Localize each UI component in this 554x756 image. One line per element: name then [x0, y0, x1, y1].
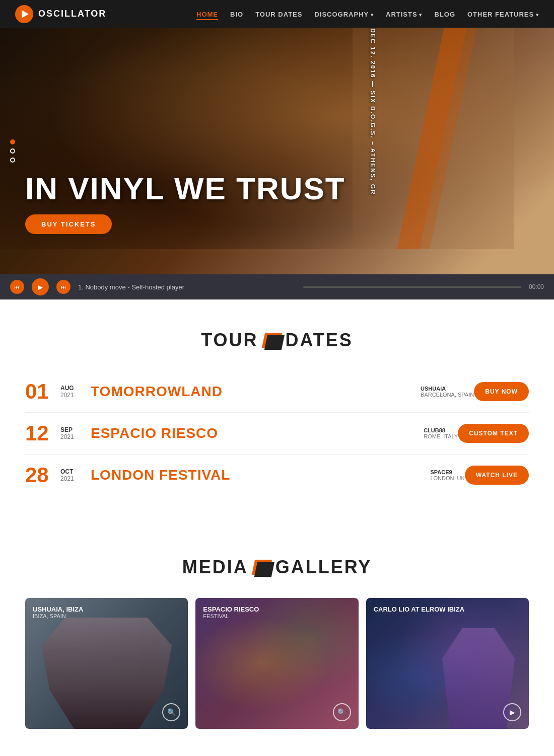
tour-venue-3: SPACE9 LONDON, UK	[430, 469, 464, 481]
nav-link-artists[interactable]: ARTISTS	[386, 11, 422, 18]
tour-day-3: 28	[25, 465, 60, 486]
tour-year-2: 2021	[60, 433, 91, 440]
tour-location-1: BARCELONA, SPAIN	[421, 392, 474, 398]
tour-day-2: 12	[25, 423, 60, 444]
tour-year-3: 2021	[60, 475, 91, 482]
gallery-label-3: CARLO LIO AT ELROW IBIZA	[374, 606, 465, 613]
media-title-part2: GALLERY	[275, 557, 372, 578]
player-progress-bar[interactable]	[303, 286, 521, 288]
logo[interactable]: OSCILLATOR	[15, 5, 106, 23]
nav-item-other[interactable]: OTHER FEATURES	[467, 10, 539, 19]
gallery-grid: USHUAIA, IBIZA IBIZA, SPAIN 🔍 ESPACIO RI…	[25, 598, 529, 729]
gallery-item-1[interactable]: USHUAIA, IBIZA IBIZA, SPAIN 🔍	[25, 598, 188, 729]
tour-venue-2: CLUB88 ROME, ITALY	[424, 427, 458, 439]
tour-location-3: LONDON, UK	[430, 475, 464, 481]
tour-dates-title: TOUR DATES	[25, 330, 529, 351]
tour-info-2: ESPACIO RIESCO CLUB88 ROME, ITALY	[91, 425, 458, 441]
gallery-label-1: USHUAIA, IBIZA IBIZA, SPAIN	[33, 606, 83, 619]
title-slash-decoration	[259, 330, 285, 350]
media-gallery-title: MEDIA GALLERY	[25, 557, 529, 578]
slash-dark	[264, 335, 284, 350]
tour-day-1: 01	[25, 381, 60, 402]
tour-name-2: ESPACIO RIESCO	[91, 425, 418, 441]
nav-link-discography[interactable]: DISCOGRAPHY	[314, 11, 374, 18]
gallery-item-2[interactable]: ESPACIO RIESCO FESTIVAL 🔍	[195, 598, 358, 729]
gallery-play-icon-3[interactable]: ▶	[503, 703, 521, 721]
gallery-title-2: ESPACIO RIESCO	[203, 606, 259, 613]
nav-item-home[interactable]: HOME	[196, 10, 218, 19]
navbar: OSCILLATOR HOME BIO TOUR DATES DISCOGRAP…	[0, 0, 554, 28]
tour-event-1: 01 AUG 2021 TOMORROWLAND USHUAIA BARCELO…	[25, 371, 529, 413]
gallery-title-3: CARLO LIO AT ELROW IBIZA	[374, 606, 465, 613]
hero-dots	[10, 139, 15, 163]
tour-info-3: LONDON FESTIVAL SPACE9 LONDON, UK	[91, 467, 465, 483]
player-play-button[interactable]: ▶	[32, 278, 49, 295]
zoom-symbol-1: 🔍	[167, 708, 176, 716]
tour-btn-1[interactable]: BUY NOW	[474, 382, 529, 401]
player-prev-button[interactable]: ⏮	[10, 280, 24, 294]
player-track-name: 1. Nobody move - Self-hosted player	[78, 283, 296, 291]
tour-name-1: TOMORROWLAND	[91, 384, 414, 400]
tour-year-1: 2021	[60, 392, 91, 399]
nav-link-home[interactable]: HOME	[196, 11, 218, 20]
gallery-subtitle-1: IBIZA, SPAIN	[33, 613, 83, 619]
nav-item-tour[interactable]: TOUR DATES	[255, 10, 302, 19]
tour-dates-section: TOUR DATES 01 AUG 2021 TOMORROWLAND USHU…	[0, 299, 554, 526]
media-title-part1: MEDIA	[182, 557, 248, 578]
hero-content: IN VINYL WE TRUST BUY TICKETS	[25, 173, 529, 234]
buy-tickets-button[interactable]: BUY TICKETS	[25, 214, 112, 234]
tour-month-name-1: AUG	[60, 385, 91, 392]
tour-info-1: TOMORROWLAND USHUAIA BARCELONA, SPAIN	[91, 384, 474, 400]
tour-event-2: 12 SEP 2021 ESPACIO RIESCO CLUB88 ROME, …	[25, 413, 529, 455]
tour-btn-3[interactable]: WATCH LIVE	[465, 466, 529, 485]
nav-item-artists[interactable]: ARTISTS	[386, 10, 422, 19]
tour-name-3: LONDON FESTIVAL	[91, 467, 424, 483]
gallery-zoom-icon-2[interactable]: 🔍	[333, 703, 351, 721]
nav-item-discography[interactable]: DISCOGRAPHY	[314, 10, 374, 19]
zoom-symbol-2: 🔍	[337, 708, 346, 716]
tour-title-part1: TOUR	[201, 330, 258, 351]
nav-item-bio[interactable]: BIO	[230, 10, 243, 19]
hero-rotated-text: DEC 12. 2016 — SIX D.O.G.S. – ATHENS, GR	[369, 28, 376, 195]
logo-icon	[15, 5, 33, 23]
tour-month-1: AUG 2021	[60, 385, 91, 399]
play-symbol-3: ▶	[510, 708, 515, 716]
nav-link-bio[interactable]: BIO	[230, 11, 243, 18]
nav-link-tour[interactable]: TOUR DATES	[255, 11, 302, 18]
hero-section: DEC 12. 2016 — SIX D.O.G.S. – ATHENS, GR…	[0, 28, 554, 274]
hero-dot-1[interactable]	[10, 139, 15, 144]
media-gallery-section: MEDIA GALLERY USHUAIA, IBIZA IBIZA, SPAI…	[0, 526, 554, 749]
tour-month-2: SEP 2021	[60, 426, 91, 440]
hero-dot-2[interactable]	[10, 148, 15, 154]
nav-link-other[interactable]: OTHER FEATURES	[467, 11, 539, 18]
tour-month-name-3: OCT	[60, 468, 91, 475]
tour-venue-name-1: USHUAIA	[421, 386, 474, 392]
player-time: 00:00	[529, 283, 544, 290]
nav-item-blog[interactable]: BLOG	[434, 10, 455, 19]
tour-btn-2[interactable]: CUSTOM TEXT	[458, 424, 529, 443]
tour-event-3: 28 OCT 2021 LONDON FESTIVAL SPACE9 LONDO…	[25, 455, 529, 496]
logo-text: OSCILLATOR	[38, 9, 106, 19]
hero-dot-3[interactable]	[10, 158, 15, 163]
tour-venue-name-3: SPACE9	[430, 469, 464, 475]
hero-title: IN VINYL WE TRUST	[25, 173, 529, 204]
tour-month-name-2: SEP	[60, 426, 91, 433]
media-title-slash	[249, 557, 274, 577]
tour-location-2: ROME, ITALY	[424, 433, 458, 439]
nav-link-blog[interactable]: BLOG	[434, 11, 455, 18]
audio-player: ⏮ ▶ ⏭ 1. Nobody move - Self-hosted playe…	[0, 274, 554, 299]
nav-links: HOME BIO TOUR DATES DISCOGRAPHY ARTISTS …	[196, 10, 539, 19]
gallery-label-2: ESPACIO RIESCO FESTIVAL	[203, 606, 259, 619]
media-slash-dark	[254, 562, 274, 577]
tour-venue-1: USHUAIA BARCELONA, SPAIN	[421, 386, 474, 398]
tour-venue-name-2: CLUB88	[424, 427, 458, 433]
tour-month-3: OCT 2021	[60, 468, 91, 482]
gallery-title-1: USHUAIA, IBIZA	[33, 606, 83, 613]
gallery-item-3[interactable]: CARLO LIO AT ELROW IBIZA ▶	[366, 598, 529, 729]
tour-title-part2: DATES	[286, 330, 353, 351]
gallery-subtitle-2: FESTIVAL	[203, 613, 259, 619]
player-next-button[interactable]: ⏭	[56, 280, 71, 294]
spacer	[25, 356, 529, 371]
